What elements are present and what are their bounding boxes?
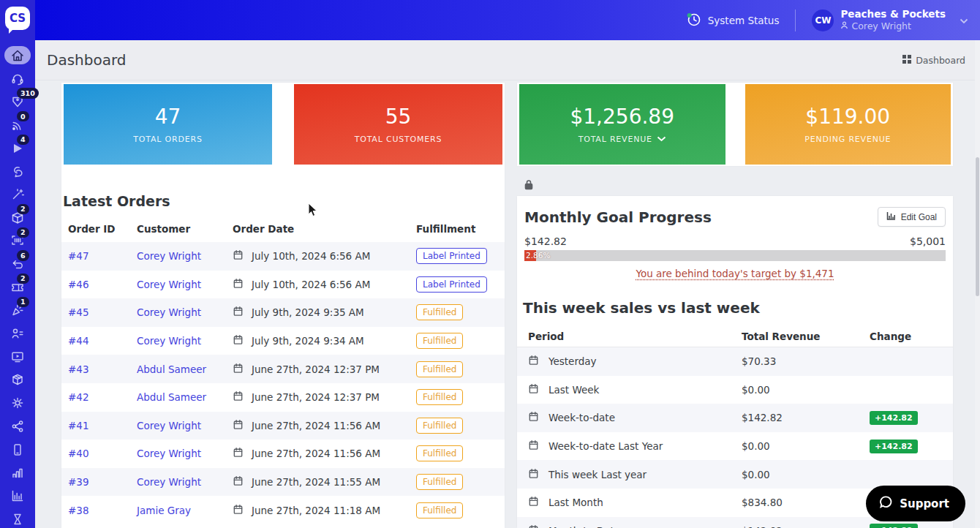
customer-link[interactable]: Corey Wright <box>137 306 201 318</box>
period-label: Month-to-Date <box>549 525 620 528</box>
col-fulfillment: Fulfillment <box>416 223 505 235</box>
customer-link[interactable]: Corey Wright <box>137 420 201 431</box>
revenue-value: $70.33 <box>742 355 870 367</box>
order-row-46: #46Corey WrightJuly 10th, 2024 6:56 AMLa… <box>61 271 505 299</box>
calendar-icon <box>528 524 539 528</box>
sidebar-item-wand[interactable] <box>0 183 35 206</box>
account-menu[interactable]: CW Peaches & Pockets Corey Wright <box>812 8 968 32</box>
calendar-icon <box>233 249 244 263</box>
sidebar-item-ticket[interactable]: 2 <box>0 276 35 299</box>
period-label: Last Week <box>549 384 599 396</box>
sidebar-item-box[interactable]: 2 <box>0 206 35 230</box>
chart-axis-icon <box>10 489 25 503</box>
order-id-link[interactable]: #43 <box>68 363 89 375</box>
wand-icon <box>10 187 25 202</box>
order-id-link[interactable]: #41 <box>68 420 89 431</box>
calendar-icon <box>233 334 244 347</box>
sidebar-item-tag[interactable]: 310 <box>0 90 35 113</box>
edit-goal-button[interactable]: Edit Goal <box>878 207 946 227</box>
col-change: Change <box>870 331 953 342</box>
order-row-41: #41Corey WrightJune 27th, 2024 11:56 AMF… <box>61 412 505 440</box>
customer-link[interactable]: Corey Wright <box>137 279 201 290</box>
order-id-link[interactable]: #38 <box>68 505 89 516</box>
sales-row: Yesterday$70.33 <box>517 347 953 376</box>
sidebar-item-chart-axis[interactable] <box>0 484 35 508</box>
order-id-link[interactable]: #45 <box>68 306 89 318</box>
customer-link[interactable]: Abdul Sameer <box>137 391 206 403</box>
calendar-icon <box>233 391 244 404</box>
fulfillment-badge: Label Printed <box>416 248 487 264</box>
sidebar-item-headset[interactable] <box>0 67 35 91</box>
customer-link[interactable]: Corey Wright <box>137 250 201 262</box>
sidebar-item-gear[interactable] <box>0 391 35 415</box>
sidebar-item-undo[interactable]: 6 <box>0 252 35 276</box>
support-button[interactable]: Support <box>866 486 965 521</box>
revenue-cards-panel: $1,256.89TOTAL REVENUE$119.00PENDING REV… <box>517 83 953 166</box>
stat-card-total-customers[interactable]: 55TOTAL CUSTOMERS <box>294 84 502 165</box>
sidebar-item-users[interactable] <box>0 322 35 345</box>
system-status-button[interactable]: System Status <box>686 12 780 29</box>
fulfillment-badge: Fulfilled <box>416 418 463 434</box>
sidebar-badge: 2 <box>17 204 29 214</box>
customer-link[interactable]: Corey Wright <box>137 448 201 459</box>
sidebar-badge: 6 <box>17 250 29 260</box>
sidebar-item-party[interactable]: 1 <box>0 299 35 323</box>
sidebar-item-chat[interactable] <box>0 159 35 183</box>
calendar-icon <box>528 383 539 396</box>
stat-card-total-orders[interactable]: 47TOTAL ORDERS <box>64 84 272 165</box>
customer-link[interactable]: Corey Wright <box>137 476 201 488</box>
period-label: Last Month <box>549 497 603 508</box>
sidebar-badge: 0 <box>17 111 29 121</box>
fulfillment-badge: Fulfilled <box>416 474 463 490</box>
sidebar-item-play[interactable]: 4 <box>0 137 35 160</box>
right-stat-cards: $1,256.89TOTAL REVENUE$119.00PENDING REV… <box>517 83 953 166</box>
sidebar-item-share[interactable] <box>0 415 35 438</box>
sidebar-item-chart-up[interactable] <box>0 461 35 484</box>
stat-card-pending-revenue[interactable]: $119.00PENDING REVENUE <box>745 84 951 165</box>
sidebar-item-phone[interactable] <box>0 438 35 461</box>
sidebar-item-cube[interactable] <box>0 369 35 392</box>
order-id-link[interactable]: #44 <box>68 335 89 347</box>
col-order-date: Order Date <box>233 223 416 235</box>
change-badge: +142.82 <box>870 440 918 453</box>
users-icon <box>10 326 25 341</box>
order-id-link[interactable]: #47 <box>68 250 89 262</box>
calendar-icon <box>233 504 244 517</box>
sidebar-badge: 1 <box>17 297 29 307</box>
sidebar-item-signal[interactable]: 0 <box>0 113 35 137</box>
stat-label: TOTAL ORDERS <box>133 135 202 144</box>
sidebar-item-hourglass[interactable] <box>0 508 35 528</box>
stat-label: TOTAL REVENUE <box>578 135 666 144</box>
col-order-id: Order ID <box>68 223 137 235</box>
sidebar-item-home[interactable] <box>0 44 35 67</box>
latest-orders-title: Latest Orders <box>63 193 505 209</box>
period-label: Week-to-date <box>549 412 615 423</box>
order-date: July 10th, 2024 6:56 AM <box>252 250 370 262</box>
order-id-link[interactable]: #40 <box>68 448 89 459</box>
goal-warning-link[interactable]: You are behind today's target by $1,471 <box>636 268 834 279</box>
sidebar-item-video[interactable] <box>0 345 35 369</box>
page-scrollbar[interactable] <box>975 40 980 528</box>
breadcrumb[interactable]: Dashboard <box>902 55 965 66</box>
goal-and-sales-panel: Monthly Goal Progress Edit Goal $142.82 … <box>517 196 953 528</box>
sidebar: CS 3100422621 <box>0 0 35 528</box>
customer-link[interactable]: Abdul Sameer <box>137 363 206 375</box>
hourglass-icon <box>10 512 25 527</box>
period-label: This week Last year <box>549 469 647 480</box>
order-id-link[interactable]: #46 <box>68 279 89 290</box>
page-title: Dashboard <box>47 51 127 69</box>
scrollbar-thumb[interactable] <box>976 157 979 296</box>
order-id-link[interactable]: #39 <box>68 476 89 488</box>
video-icon <box>10 350 25 364</box>
order-row-45: #45Corey WrightJuly 9th, 2024 9:35 AMFul… <box>61 298 505 327</box>
chart-up-icon <box>10 465 25 480</box>
order-id-link[interactable]: #42 <box>68 391 89 403</box>
customer-link[interactable]: Corey Wright <box>137 335 201 347</box>
sidebar-item-barcode[interactable]: 2 <box>0 230 35 253</box>
stat-card-total-revenue[interactable]: $1,256.89TOTAL REVENUE <box>519 84 725 165</box>
customer-link[interactable]: Jamie Gray <box>137 505 191 516</box>
stat-label: PENDING REVENUE <box>804 135 891 144</box>
goal-current: $142.82 <box>524 235 567 247</box>
app-logo[interactable]: CS <box>5 7 30 30</box>
sales-row: This week Last year$0.00 <box>517 460 953 489</box>
